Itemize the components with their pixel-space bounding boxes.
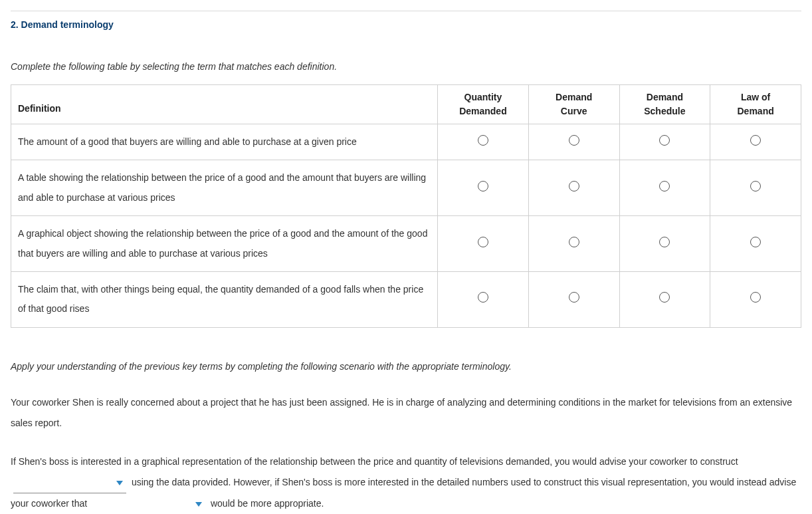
radio-r0-c3[interactable] bbox=[750, 135, 761, 146]
caret-down-icon bbox=[195, 501, 203, 507]
radio-r3-c2[interactable] bbox=[659, 292, 670, 303]
dropdown-2[interactable] bbox=[92, 493, 205, 514]
caret-down-icon bbox=[116, 479, 124, 486]
section-name: Demand terminology bbox=[21, 19, 114, 30]
table-prompt: Complete the following table by selectin… bbox=[11, 60, 801, 74]
radio-r1-c0[interactable] bbox=[478, 181, 488, 192]
header-option-0: Quantity Demanded bbox=[438, 85, 529, 124]
header-option-3: Law of Demand bbox=[710, 85, 801, 124]
radio-r1-c3[interactable] bbox=[750, 181, 761, 192]
radio-r3-c0[interactable] bbox=[478, 292, 488, 303]
svg-marker-0 bbox=[116, 481, 123, 485]
header-option-2: Demand Schedule bbox=[619, 85, 710, 124]
header-definition: Definition bbox=[11, 85, 438, 124]
radio-r2-c1[interactable] bbox=[569, 237, 579, 247]
table-row: The claim that, with other things being … bbox=[11, 271, 801, 327]
svg-marker-1 bbox=[195, 502, 202, 507]
section-title: 2. Demand terminology bbox=[11, 11, 801, 36]
terminology-table: Definition Quantity Demanded Demand Curv… bbox=[11, 84, 801, 328]
radio-r0-c2[interactable] bbox=[659, 135, 670, 146]
radio-r1-c1[interactable] bbox=[569, 181, 579, 192]
table-row: The amount of a good that buyers are wil… bbox=[11, 124, 801, 160]
definition-text: The claim that, with other things being … bbox=[11, 271, 438, 327]
radio-r0-c1[interactable] bbox=[569, 135, 579, 146]
radio-r0-c0[interactable] bbox=[478, 135, 488, 146]
section-number: 2. bbox=[11, 19, 19, 30]
header-option-1: Demand Curve bbox=[528, 85, 619, 124]
definition-text: The amount of a good that buyers are wil… bbox=[11, 124, 438, 160]
scenario-para-2: If Shen's boss is interested in a graphi… bbox=[11, 451, 801, 514]
table-row: A graphical object showing the relations… bbox=[11, 216, 801, 272]
radio-r3-c1[interactable] bbox=[569, 292, 579, 303]
radio-r2-c0[interactable] bbox=[478, 237, 488, 247]
radio-r2-c2[interactable] bbox=[659, 237, 670, 247]
dropdown-1[interactable] bbox=[13, 472, 126, 493]
definition-text: A table showing the relationship between… bbox=[11, 160, 438, 216]
radio-r1-c2[interactable] bbox=[659, 181, 670, 192]
scenario-para-1: Your coworker Shen is really concerned a… bbox=[11, 392, 801, 434]
para2-text-post: would be more appropriate. bbox=[211, 498, 324, 509]
para2-text-pre: If Shen's boss is interested in a graphi… bbox=[11, 456, 738, 467]
scenario-prompt: Apply your understanding of the previous… bbox=[11, 360, 801, 374]
definition-text: A graphical object showing the relations… bbox=[11, 216, 438, 272]
radio-r2-c3[interactable] bbox=[750, 237, 761, 247]
table-row: A table showing the relationship between… bbox=[11, 160, 801, 216]
radio-r3-c3[interactable] bbox=[750, 292, 761, 303]
